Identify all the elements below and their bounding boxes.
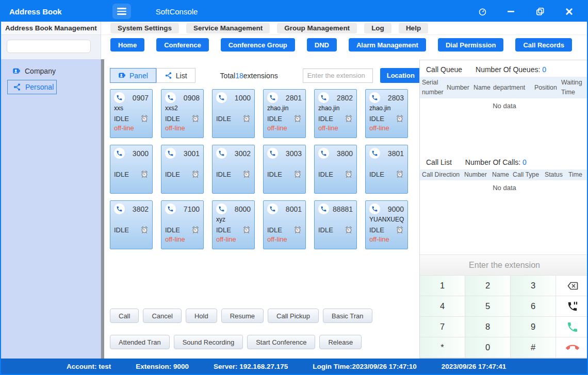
nav-button-home[interactable]: Home [110, 38, 144, 52]
total-extensions-label: Total18extensions [220, 72, 278, 80]
alarm-clock-icon [191, 226, 200, 234]
extension-card-2803[interactable]: 2803zhao.jinIDLEoff-line [365, 89, 408, 138]
dialpad-key-0[interactable]: 0 [465, 337, 511, 358]
dialpad-key-4[interactable]: 4 [420, 296, 465, 317]
menu-tab-group-management[interactable]: Group Management [277, 23, 357, 33]
dialpad-input[interactable] [420, 255, 588, 276]
nav-button-conference[interactable]: Conference [156, 38, 209, 52]
hold-button[interactable]: Hold [186, 309, 217, 323]
offline-label [267, 180, 302, 188]
extension-card-0908[interactable]: 0908xxs2IDLEoff-line [161, 89, 204, 138]
status-login-time: Login Time:2023/09/26 17:47:10 [313, 363, 417, 370]
alarm-clock-icon [191, 170, 200, 178]
card-header: 2801 [267, 92, 302, 103]
sidebar-scrollbar[interactable] [101, 59, 104, 359]
dialpad-key-2[interactable]: 2 [465, 276, 511, 296]
menu-tab-system-settings[interactable]: System Settings [110, 23, 179, 33]
extension-card-3000[interactable]: 3000IDLE [110, 145, 153, 194]
close-button[interactable] [564, 7, 574, 16]
nav-button-conference-group[interactable]: Conference Group [221, 38, 295, 52]
dialpad-key-8[interactable]: 8 [465, 317, 511, 337]
dialpad-key-1[interactable]: 1 [420, 276, 465, 296]
title-bar: Address Book SoftConsole [1, 1, 587, 22]
start-conference-button[interactable]: Start Conference [247, 335, 315, 349]
extension-card-2802[interactable]: 2802zhao.jinIDLEoff-line [314, 89, 357, 138]
call-pickup-button[interactable]: Call Pickup [268, 309, 319, 323]
extension-card-3002[interactable]: 3002IDLE [212, 145, 255, 194]
card-header: 8001 [267, 203, 302, 214]
hold-call-icon[interactable] [556, 296, 588, 317]
status-extension: Extension: 9000 [136, 363, 189, 370]
offline-label: off-line [369, 235, 404, 244]
phone-icon [267, 92, 278, 103]
attended-tran-button[interactable]: Attended Tran [110, 335, 170, 349]
alarm-clock-icon [191, 114, 200, 123]
dialpad-key-6[interactable]: 6 [511, 296, 556, 317]
call-icon[interactable] [556, 317, 588, 337]
minimize-button[interactable] [507, 7, 516, 16]
extension-name [114, 216, 149, 225]
extension-card-7100[interactable]: 7100IDLEoff-line [161, 200, 204, 249]
extension-card-3800[interactable]: 3800IDLE [314, 145, 357, 194]
offline-label [114, 235, 149, 244]
nav-button-call-records[interactable]: Call Records [515, 38, 571, 52]
extension-card-1000[interactable]: 1000IDLE [212, 89, 255, 138]
list-view-button[interactable]: List [156, 68, 195, 83]
sidebar-item-label: Company [25, 67, 56, 75]
extension-card-8001[interactable]: 8001IDLEoff-line [263, 200, 306, 249]
restore-button[interactable] [535, 7, 545, 16]
call-list-empty: No data [420, 180, 588, 194]
alarm-clock-icon [345, 226, 353, 234]
card-header: 2803 [369, 92, 404, 103]
nav-button-dial-permission[interactable]: Dial Permission [438, 38, 504, 52]
sidebar-search-input[interactable] [7, 40, 91, 53]
extension-search-input[interactable] [303, 69, 373, 83]
extension-card-8000[interactable]: 8000xyzIDLEoff-line [212, 200, 255, 249]
extension-status: IDLE [267, 170, 302, 178]
extension-card-0907[interactable]: 0907xxsIDLEoff-line [110, 89, 153, 138]
dialpad-key-5[interactable]: 5 [465, 296, 511, 317]
extension-card-3003[interactable]: 3003IDLE [263, 145, 306, 194]
dialpad-key-9[interactable]: 9 [511, 317, 556, 337]
call-button[interactable]: Call [110, 309, 139, 323]
status-account: Account: test [67, 363, 111, 370]
status-label: IDLE [369, 171, 384, 178]
hamburger-menu-icon[interactable] [112, 4, 131, 19]
sidebar-item-company[interactable]: Company [7, 64, 101, 78]
list-col-2: Number [464, 171, 492, 179]
dialpad-key-hash[interactable]: # [511, 337, 556, 358]
extension-status: IDLE [216, 226, 251, 234]
menu-tab-help[interactable]: Help [399, 23, 428, 33]
dialpad-key-7[interactable]: 7 [420, 317, 465, 337]
call-monitor-panel: Call Queue Number Of Queues: 0 Serial nu… [419, 60, 588, 359]
extension-card-9000[interactable]: 9000YUANXUEQIDLEoff-line [365, 200, 408, 249]
extension-number: 2801 [286, 94, 302, 102]
extension-card-3001[interactable]: 3001IDLE [161, 145, 204, 194]
extension-card-88881[interactable]: 88881IDLE [314, 200, 357, 249]
hangup-icon[interactable] [556, 337, 588, 358]
sidebar-item-personal[interactable]: Personal [7, 80, 57, 94]
extension-card-3801[interactable]: 3801IDLE [365, 145, 408, 194]
menu-tab-log[interactable]: Log [364, 23, 391, 33]
list-col-3: Name [492, 171, 513, 179]
extension-name [267, 160, 302, 169]
dialpad-key-star[interactable]: * [420, 337, 465, 358]
extension-card-3802[interactable]: 3802IDLE [110, 200, 153, 249]
basic-tran-button[interactable]: Basic Tran [323, 309, 372, 323]
resume-button[interactable]: Resume [221, 309, 264, 323]
panel-view-label: Panel [129, 72, 148, 80]
cancel-button[interactable]: Cancel [143, 309, 181, 323]
release-button[interactable]: Release [319, 335, 362, 349]
dialpad-key-3[interactable]: 3 [511, 276, 556, 296]
backspace-icon[interactable] [556, 276, 588, 296]
offline-label: off-line [369, 124, 404, 132]
timer-icon[interactable] [478, 7, 487, 16]
sound-recording-button[interactable]: Sound Recording [174, 335, 243, 349]
phone-icon [165, 92, 176, 103]
menu-tab-service-management[interactable]: Service Management [186, 23, 270, 33]
nav-button-dnd[interactable]: DND [307, 38, 337, 52]
extension-card-2801[interactable]: 2801zhao.jinIDLEoff-line [263, 89, 306, 138]
panel-view-button[interactable]: Panel [110, 68, 156, 83]
location-button[interactable]: Location [380, 68, 421, 83]
nav-button-alarm-management[interactable]: Alarm Management [349, 38, 426, 52]
